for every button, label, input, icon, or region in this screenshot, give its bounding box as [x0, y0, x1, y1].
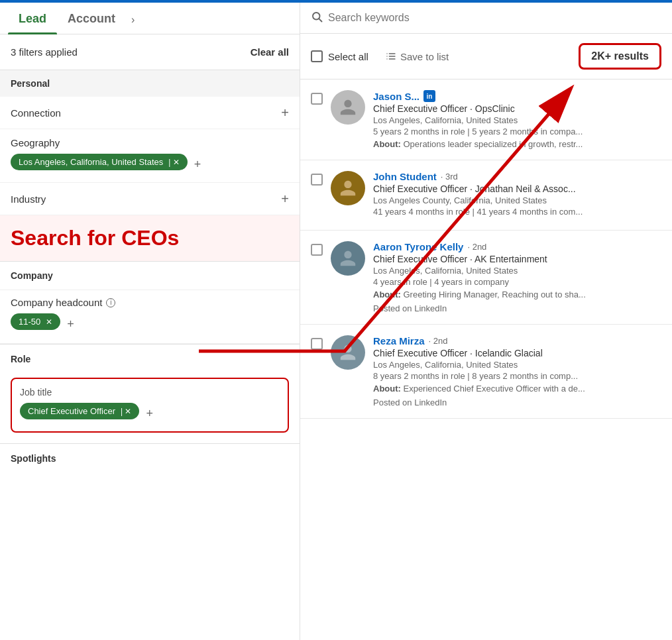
results-count-box: 2K+ results	[579, 43, 661, 70]
result-name-row-1: John Student · 3rd	[373, 171, 661, 182]
result-checkbox-2[interactable]	[311, 244, 323, 256]
result-name-row-3: Reza Mirza · 2nd	[373, 335, 661, 347]
industry-add-button[interactable]: +	[281, 192, 289, 205]
avatar-1	[331, 171, 365, 205]
geo-tag-remove[interactable]: | ✕	[168, 158, 179, 167]
connection-add-button[interactable]: +	[281, 106, 289, 119]
industry-filter-row: Industry +	[0, 183, 300, 215]
filters-applied-label: 3 filters applied	[11, 46, 78, 58]
right-panel: Select all Save to list 2K+ results	[300, 3, 672, 640]
result-tenure-0: 5 years 2 months in role | 5 years 2 mon…	[373, 127, 661, 136]
result-card-1: John Student · 3rd Chief Executive Offic…	[300, 160, 672, 231]
linkedin-icon-0: in	[423, 90, 435, 102]
tabs-arrow-icon: ›	[131, 14, 135, 34]
connection-filter-row: Connection +	[0, 97, 300, 129]
result-location-3: Los Angeles, California, United States	[373, 360, 661, 370]
geo-add-button[interactable]: +	[194, 158, 201, 170]
job-title-label: Job title	[20, 387, 280, 398]
result-checkbox-1[interactable]	[311, 174, 323, 186]
geography-tags: Los Angeles, California, United States |…	[11, 154, 289, 174]
tab-lead[interactable]: Lead	[8, 3, 57, 34]
geography-label: Geography	[11, 137, 60, 148]
headcount-info-icon[interactable]: i	[106, 298, 115, 307]
industry-label: Industry	[11, 193, 46, 205]
result-degree-3: · 2nd	[429, 336, 448, 346]
job-title-add-button[interactable]: +	[146, 407, 153, 419]
headcount-add-button[interactable]: +	[67, 318, 74, 330]
result-title-0: Chief Executive Officer · OpsClinic	[373, 103, 661, 114]
result-name-1[interactable]: John Student	[373, 171, 437, 182]
result-location-0: Los Angeles, California, United States	[373, 115, 661, 125]
result-degree-2: · 2nd	[467, 242, 486, 252]
result-name-0[interactable]: Jason S...	[373, 91, 420, 102]
annotation-text: Search for CEOs	[11, 226, 289, 250]
select-all-checkbox[interactable]	[311, 50, 323, 62]
annotation-box: Search for CEOs	[0, 215, 300, 261]
result-location-1: Los Angeles County, California, United S…	[373, 195, 661, 205]
tab-account[interactable]: Account	[57, 3, 126, 34]
result-about-0: About: Operations leader specialized in …	[373, 139, 661, 149]
result-card-0: Jason S... in Chief Executive Officer · …	[300, 80, 672, 160]
avatar-2	[331, 241, 365, 276]
result-about-2: About: Greeting Hiring Manager, Reaching…	[373, 290, 661, 299]
headcount-tag[interactable]: 11-50 ✕	[11, 313, 60, 330]
result-info-2: Aaron Tyrone Kelly · 2nd Chief Executive…	[373, 241, 661, 313]
save-to-list-label: Save to list	[400, 51, 449, 62]
spotlights-label: Spotlights	[11, 453, 289, 464]
sidebar: Lead Account › 3 filters applied Clear a…	[0, 3, 300, 640]
result-tenure-1: 41 years 4 months in role | 41 years 4 m…	[373, 207, 661, 217]
search-input[interactable]	[328, 12, 661, 24]
result-tenure-2: 4 years in role | 4 years in company	[373, 277, 661, 287]
result-name-row-0: Jason S... in	[373, 90, 661, 102]
result-info-3: Reza Mirza · 2nd Chief Executive Officer…	[373, 335, 661, 407]
result-info-1: John Student · 3rd Chief Executive Offic…	[373, 171, 661, 219]
select-all-checkbox-wrap: Select all	[311, 50, 368, 62]
geography-row: Geography	[11, 137, 289, 154]
result-name-row-2: Aaron Tyrone Kelly · 2nd	[373, 241, 661, 252]
sidebar-tabs: Lead Account ›	[0, 3, 300, 34]
headcount-filter: Company headcount i 11-50 ✕ +	[0, 290, 300, 344]
avatar-0	[331, 90, 365, 125]
select-all-label[interactable]: Select all	[328, 51, 368, 62]
result-title-3: Chief Executive Officer · Icelandic Glac…	[373, 348, 661, 358]
headcount-label-row: Company headcount i	[11, 297, 289, 308]
role-label: Role	[11, 354, 289, 364]
svg-line-1	[319, 19, 321, 21]
results-count-label: 2K+ results	[591, 50, 649, 62]
spotlights-section: Spotlights	[0, 443, 300, 473]
result-about-3: About: Experienced Chief Executive Offic…	[373, 384, 661, 394]
connection-label: Connection	[11, 107, 61, 119]
personal-section-header: Personal	[0, 70, 300, 97]
job-title-tag-remove[interactable]: | ✕	[121, 407, 131, 416]
filters-bar: 3 filters applied Clear all	[0, 34, 300, 70]
result-checkbox-3[interactable]	[311, 338, 323, 350]
company-section-header: Company	[0, 261, 300, 290]
result-name-3[interactable]: Reza Mirza	[373, 335, 425, 347]
result-card-3: Reza Mirza · 2nd Chief Executive Officer…	[300, 325, 672, 419]
result-degree-1: · 3rd	[441, 172, 458, 182]
search-icon	[311, 11, 323, 25]
save-to-list-button[interactable]: Save to list	[379, 47, 455, 66]
job-title-tags: Chief Executive Officer | ✕ +	[20, 403, 280, 423]
result-card-2: Aaron Tyrone Kelly · 2nd Chief Executive…	[300, 231, 672, 325]
results-toolbar: Select all Save to list 2K+ results	[300, 34, 672, 80]
result-info-0: Jason S... in Chief Executive Officer · …	[373, 90, 661, 149]
result-tenure-3: 8 years 2 months in role | 8 years 2 mon…	[373, 371, 661, 381]
geo-tag[interactable]: Los Angeles, California, United States |…	[11, 154, 188, 170]
headcount-tags: 11-50 ✕ +	[11, 313, 289, 334]
posted-tag-3: Posted on LinkedIn	[373, 398, 661, 407]
result-location-2: Los Angeles, California, United States	[373, 266, 661, 276]
result-title-2: Chief Executive Officer · AK Entertainme…	[373, 254, 661, 264]
company-label: Company	[11, 270, 53, 281]
headcount-tag-remove[interactable]: ✕	[46, 317, 52, 327]
search-bar	[300, 3, 672, 34]
posted-tag-2: Posted on LinkedIn	[373, 303, 661, 313]
avatar-3	[331, 335, 365, 370]
job-title-tag[interactable]: Chief Executive Officer | ✕	[20, 403, 139, 419]
result-checkbox-0[interactable]	[311, 93, 323, 105]
role-section: Role	[0, 344, 300, 378]
job-title-filter-box: Job title Chief Executive Officer | ✕ +	[11, 378, 289, 433]
result-name-2[interactable]: Aaron Tyrone Kelly	[373, 241, 463, 252]
geography-filter: Geography Los Angeles, California, Unite…	[0, 129, 300, 183]
clear-all-button[interactable]: Clear all	[251, 46, 289, 58]
